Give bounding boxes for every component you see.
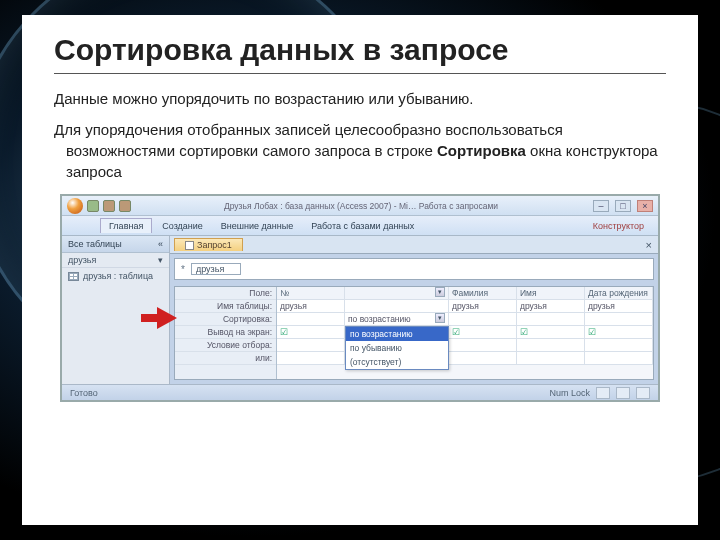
maximize-button[interactable]: □ <box>615 200 631 212</box>
doc-close-icon[interactable]: × <box>646 239 652 251</box>
qat-redo-icon[interactable] <box>119 200 131 212</box>
ribbon-tab-home[interactable]: Главная <box>100 218 152 233</box>
para-2: Для упорядочения отобранных записей целе… <box>54 119 666 182</box>
asterisk-icon: * <box>181 264 185 275</box>
dropdown-icon[interactable]: ▾ <box>435 313 445 323</box>
status-bar: Готово Num Lock <box>62 384 658 400</box>
collapse-icon: ▾ <box>158 255 163 265</box>
work-area: Все таблицы « друзья ▾ друзья : таблица <box>62 236 658 384</box>
cell-tbl-3[interactable]: друзья <box>585 300 653 312</box>
sort-value: по возрастанию <box>348 314 411 324</box>
cell-sort-combo[interactable]: по возрастанию▾ <box>345 313 449 325</box>
sort-option-desc[interactable]: по убыванию <box>346 341 448 355</box>
titlebar: Друзья Лобах : база данных (Access 2007)… <box>62 196 658 216</box>
view-sql-button[interactable] <box>616 387 630 399</box>
numlock-indicator: Num Lock <box>549 388 590 398</box>
ribbon: Главная Создание Внешние данные Работа с… <box>62 216 658 236</box>
red-arrow-icon <box>157 307 177 329</box>
table-pane: * друзья <box>174 258 654 280</box>
cell-tbl-sort[interactable] <box>345 300 449 312</box>
document-area: Запрос1 × * друзья Поле: Имя т <box>170 236 658 384</box>
cell-show-3[interactable] <box>585 326 653 338</box>
cell-sort-2[interactable] <box>517 313 585 325</box>
cell-crit-3[interactable] <box>517 339 585 351</box>
nav-pane: Все таблицы « друзья ▾ друзья : таблица <box>62 236 170 384</box>
office-button-icon[interactable] <box>67 198 83 214</box>
nav-category-label: друзья <box>68 255 96 265</box>
cell-sort-1[interactable] <box>449 313 517 325</box>
cell-field-0[interactable]: № <box>277 287 345 299</box>
cell-field-1[interactable]: Фамилия <box>449 287 517 299</box>
ribbon-tab-design[interactable]: Конструктор <box>585 219 652 233</box>
rowlbl-criteria: Условие отбора: <box>175 339 276 352</box>
grid-row-show <box>277 326 653 339</box>
qbe-grid: Поле: Имя таблицы: Сортировка: Вывод на … <box>174 286 654 380</box>
cell-sort-3[interactable] <box>585 313 653 325</box>
ribbon-tab-dbtools[interactable]: Работа с базами данных <box>303 219 422 233</box>
para-2-bold: Сортировка <box>437 142 526 159</box>
query-designer: * друзья Поле: Имя таблицы: Сортировка: … <box>170 254 658 384</box>
cell-crit-4[interactable] <box>585 339 653 351</box>
sort-dropdown-list[interactable]: по возрастанию по убыванию (отсутствует) <box>345 326 449 370</box>
nav-header-label: Все таблицы <box>68 239 122 249</box>
qat-undo-icon[interactable] <box>103 200 115 212</box>
grid-row-criteria <box>277 339 653 352</box>
rowlbl-or: или: <box>175 352 276 365</box>
doc-tab-label: Запрос1 <box>197 240 232 250</box>
cell-field-2[interactable]: Имя <box>517 287 585 299</box>
window-title: Друзья Лобах : база данных (Access 2007)… <box>135 201 587 211</box>
table-box[interactable]: друзья <box>191 263 241 275</box>
doc-tabs: Запрос1 × <box>170 236 658 254</box>
doc-tab-query[interactable]: Запрос1 <box>174 238 243 251</box>
ribbon-tab-create[interactable]: Создание <box>154 219 211 233</box>
cell-show-1[interactable] <box>449 326 517 338</box>
cell-show-0[interactable] <box>277 326 345 338</box>
dropdown-icon[interactable]: ▾ <box>435 287 445 297</box>
query-icon <box>185 241 194 250</box>
table-icon <box>68 272 79 281</box>
nav-item-label: друзья : таблица <box>83 271 153 281</box>
view-datasheet-button[interactable] <box>596 387 610 399</box>
cell-sort-0[interactable] <box>277 313 345 325</box>
cell-tbl-1[interactable]: друзья <box>449 300 517 312</box>
cell-crit-0[interactable] <box>277 339 345 351</box>
access-window: Друзья Лобах : база данных (Access 2007)… <box>60 194 660 402</box>
grid-columns: № ▾ Фамилия Имя Дата рождения друзья дру… <box>277 287 653 379</box>
grid-row-field: № ▾ Фамилия Имя Дата рождения <box>277 287 653 300</box>
cell-or-4[interactable] <box>585 352 653 364</box>
rowlbl-table: Имя таблицы: <box>175 300 276 313</box>
grid-row-sort: по возрастанию▾ <box>277 313 653 326</box>
close-button[interactable]: × <box>637 200 653 212</box>
nav-category[interactable]: друзья ▾ <box>62 253 169 268</box>
qat-save-icon[interactable] <box>87 200 99 212</box>
grid-row-or <box>277 352 653 365</box>
cell-or-0[interactable] <box>277 352 345 364</box>
cell-tbl-0[interactable]: друзья <box>277 300 345 312</box>
minimize-button[interactable]: – <box>593 200 609 212</box>
nav-item-table[interactable]: друзья : таблица <box>62 268 169 284</box>
cell-or-3[interactable] <box>517 352 585 364</box>
cell-field-sort[interactable]: ▾ <box>345 287 449 299</box>
rowlbl-sort: Сортировка: <box>175 313 276 326</box>
chevron-down-icon: « <box>158 239 163 249</box>
cell-field-3[interactable]: Дата рождения <box>585 287 653 299</box>
sort-option-none[interactable]: (отсутствует) <box>346 355 448 369</box>
rowlbl-field: Поле: <box>175 287 276 300</box>
slide-title: Сортировка данных в запросе <box>54 33 666 74</box>
grid-row-labels: Поле: Имя таблицы: Сортировка: Вывод на … <box>175 287 277 379</box>
status-text: Готово <box>70 388 98 398</box>
nav-header[interactable]: Все таблицы « <box>62 236 169 253</box>
cell-show-2[interactable] <box>517 326 585 338</box>
rowlbl-show: Вывод на экран: <box>175 326 276 339</box>
cell-tbl-2[interactable]: друзья <box>517 300 585 312</box>
grid-row-table: друзья друзья друзья друзья <box>277 300 653 313</box>
sort-option-asc[interactable]: по возрастанию <box>346 327 448 341</box>
slide-body: Сортировка данных в запросе Данные можно… <box>22 15 698 525</box>
para-1: Данные можно упорядочить по возрастанию … <box>54 88 666 109</box>
cell-or-2[interactable] <box>449 352 517 364</box>
ribbon-tab-external[interactable]: Внешние данные <box>213 219 301 233</box>
cell-crit-2[interactable] <box>449 339 517 351</box>
view-design-button[interactable] <box>636 387 650 399</box>
